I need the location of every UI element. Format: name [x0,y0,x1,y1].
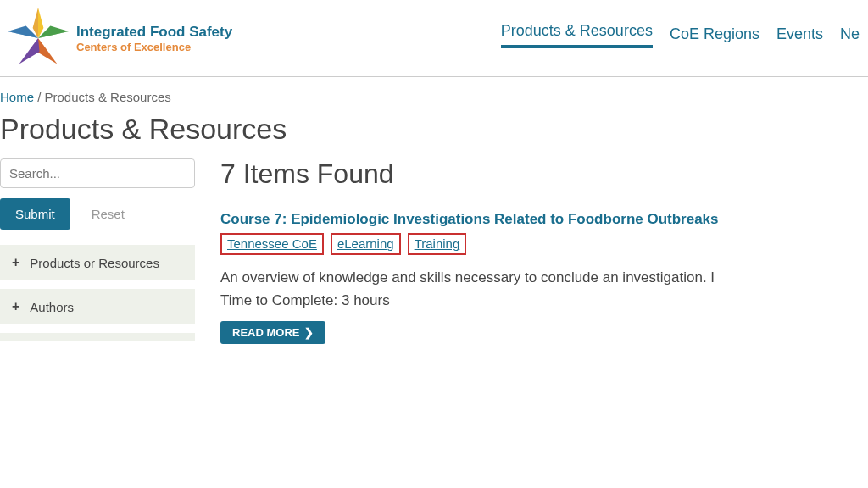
sidebar: Submit Reset + Products or Resources + A… [0,158,195,344]
result-description: An overview of knowledge and skills nece… [220,267,868,289]
filter-placeholder [0,333,195,341]
result-time: Time to Complete: 3 hours [220,292,868,309]
tag-link[interactable]: Tennessee CoE [227,236,317,251]
plus-icon: + [12,299,19,314]
result-item: Course 7: Epidemiologic Investigations R… [220,211,868,344]
svg-marker-7 [19,38,40,64]
filter-label: Products or Resources [30,256,159,270]
results-heading: 7 Items Found [220,158,868,190]
main-nav: Products & Resources CoE Regions Events … [501,22,868,55]
breadcrumb-current: Products & Resources [45,90,171,104]
breadcrumb: Home / Products & Resources [0,77,868,113]
tag-link[interactable]: eLearning [337,236,394,251]
svg-marker-5 [36,38,57,64]
logo-subtitle: Centers of Excellence [76,41,232,53]
page-title: Products & Resources [0,113,868,146]
logo-area[interactable]: Integrated Food Safety Centers of Excell… [0,4,232,72]
filter-products-resources[interactable]: + Products or Resources [0,245,195,280]
logo-title: Integrated Food Safety [76,24,232,41]
chevron-right-icon: ❯ [304,326,314,339]
filter-authors[interactable]: + Authors [0,289,195,324]
nav-coe-regions[interactable]: CoE Regions [670,25,760,48]
plus-icon: + [12,255,19,270]
search-input[interactable] [0,158,195,188]
result-tags: Tennessee CoE eLearning Training [220,233,868,255]
tag-tennessee-coe: Tennessee CoE [220,233,324,255]
tag-training: Training [408,233,467,255]
star-logo-icon [4,4,72,72]
filter-label: Authors [30,300,74,314]
main-content: 7 Items Found Course 7: Epidemiologic In… [220,158,868,344]
reset-button[interactable]: Reset [92,207,125,221]
submit-button[interactable]: Submit [0,198,70,230]
read-more-label: READ MORE [232,326,299,339]
breadcrumb-separator: / [34,90,45,104]
header: Integrated Food Safety Centers of Excell… [0,0,868,77]
nav-products-resources[interactable]: Products & Resources [501,22,653,48]
nav-news[interactable]: Ne [840,25,860,48]
result-title-link[interactable]: Course 7: Epidemiologic Investigations R… [220,211,719,227]
read-more-button[interactable]: READ MORE ❯ [220,321,326,344]
tag-elearning: eLearning [331,233,401,255]
content: Submit Reset + Products or Resources + A… [0,158,868,344]
nav-events[interactable]: Events [776,25,823,48]
breadcrumb-home[interactable]: Home [0,90,34,104]
tag-link[interactable]: Training [415,236,460,251]
